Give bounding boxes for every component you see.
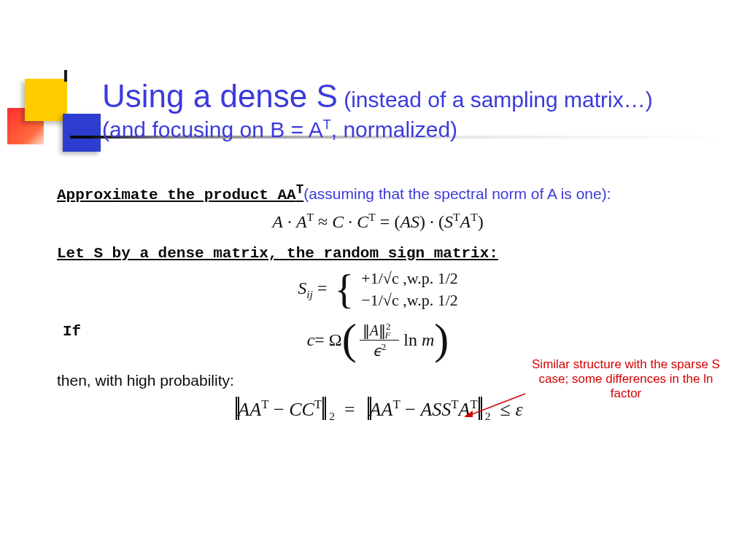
heading-approx-product: Approximate the product AAT(assuming tha…	[57, 182, 699, 203]
title-sub2a: (and focusing on B = A	[102, 117, 323, 141]
heading-random-sign: Let S by a dense matrix, the random sign…	[57, 245, 699, 262]
heading-tail: (assuming that the spectral norm of A is…	[303, 185, 607, 202]
red-square-icon	[7, 108, 44, 144]
equation-c-bound: c = Ω ( ‖A‖2F ϵ2 ln m )	[57, 322, 699, 359]
equation-sign-matrix: Sij = { +1/√c ,w.p. 1/2 −1/√c ,w.p. 1/2	[57, 269, 699, 310]
title-sub2b: , normalized)	[331, 117, 457, 141]
title-main: Using a dense S	[102, 78, 338, 114]
tick-mark-icon	[64, 70, 67, 82]
yellow-square-icon	[25, 79, 67, 121]
equation-product-approx: A · AT ≈ C · CT = (AS) · (STAT)	[57, 211, 699, 232]
heading-text: Approximate the product AAT	[57, 187, 303, 203]
blue-square-icon	[63, 114, 101, 152]
case-plus: +1/√c ,w.p. 1/2	[361, 269, 457, 288]
annotation-callout: Similar structure with the sparse S case…	[531, 357, 721, 401]
title-sup: T	[323, 117, 331, 132]
title-sub1: (instead of a sampling matrix…)	[344, 88, 653, 112]
slide-title: Using a dense S (instead of a sampling m…	[102, 76, 722, 144]
case-minus: −1/√c ,w.p. 1/2	[361, 291, 457, 310]
